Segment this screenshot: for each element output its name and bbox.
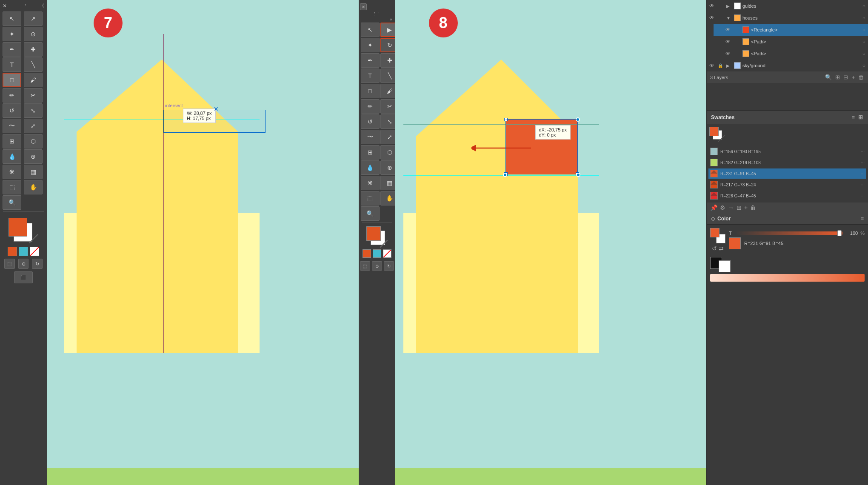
swatch-row-2[interactable]: R=231 G=91 B=45 ··· [708,168,866,179]
swatch-row-0[interactable]: R=156 G=193 B=195 ··· [708,146,866,157]
eye-sky[interactable]: 👁 [709,63,716,68]
color-preview-box[interactable] [729,237,741,249]
paintbrush-tool[interactable]: 🖌 [24,73,43,87]
eye-houses[interactable]: 👁 [709,15,716,21]
layer-rectangle[interactable]: 👁 <Rectangle> ○ [714,24,868,36]
scale-tool-2[interactable]: ⊙ [18,259,29,269]
screen-mode[interactable]: ⬛ [14,271,33,283]
scale-b2[interactable]: ⊙ [372,261,382,271]
close-icon[interactable]: ✕ [3,3,7,9]
magic-wand-2[interactable]: ✦ [361,38,380,52]
magic-wand-tool[interactable]: ✦ [3,27,21,41]
collapse-icon[interactable]: 《 [40,3,44,9]
warp-tool[interactable]: 〜 [3,119,21,133]
scale-tool[interactable]: ⤡ [24,103,43,118]
swap-icon-2[interactable] [380,240,388,248]
pen-tool-2[interactable]: ✒ [361,53,380,68]
swap-colors-icon[interactable] [29,234,38,243]
swatch-row-1[interactable]: R=182 G=219 B=108 ··· [708,157,866,168]
layer-path2[interactable]: 👁 <Path> ○ [714,48,868,60]
replace-tool[interactable]: ⬚ [4,259,15,269]
free-transform-tool[interactable]: ⊞ [3,134,21,148]
new-layer-icon[interactable]: + [851,73,856,81]
eye-rect[interactable]: 👁 [725,27,732,33]
opacity-thumb[interactable] [837,230,842,236]
free-transform-2[interactable]: ⊞ [361,145,380,160]
layer-skyground[interactable]: 👁 🔒 ▶ sky/ground ○ [707,60,868,71]
lock-sky[interactable]: 🔒 [718,63,725,68]
pencil-2[interactable]: ✏ [361,99,380,114]
color-fg-main[interactable] [710,228,720,237]
new-swatch-btn[interactable]: + [744,204,748,211]
orange-swatch[interactable] [8,247,17,256]
swatch-row-3[interactable]: R=217 G=73 B=24 ··· [708,180,866,190]
swatch-group-icon[interactable]: ⊞ [737,204,742,211]
slice-2[interactable]: ⬚ [361,191,380,205]
delete-layer-icon[interactable]: 🗑 [857,73,865,81]
toolbar2-collapse[interactable]: » [390,17,392,22]
rotate-b2[interactable]: ↻ [384,261,394,271]
rotate-tool[interactable]: ↺ [3,103,21,118]
layer-path1[interactable]: 👁 <Path> ○ [714,36,868,48]
replace-2[interactable]: ⬚ [360,261,370,271]
symbol-tool[interactable]: ❋ [3,165,21,179]
color-menu-icon[interactable]: ≡ [861,216,864,222]
color-gradient-bar[interactable] [710,274,865,282]
search-layers-icon[interactable]: 🔍 [824,73,833,81]
expand-guides[interactable]: ▶ [726,4,732,9]
direct-select-tool[interactable]: ↗ [24,11,43,26]
eye-guides[interactable]: 👁 [709,3,716,9]
opacity-slider[interactable] [736,231,842,235]
color-reset-icon[interactable]: ↺ [712,245,717,252]
type-tool[interactable]: T [3,57,21,72]
rotate-tool-2[interactable]: ↻ [32,259,43,269]
select-tool[interactable]: ↖ [3,11,21,26]
color-arrow-icon[interactable]: ◇ [711,216,715,222]
pencil-tool[interactable]: ✏ [3,88,21,103]
swatch-row-4[interactable]: R=226 G=47 B=45 ··· [708,191,866,201]
color-swap-icon[interactable]: ⇄ [719,245,724,252]
make-clip-icon[interactable]: ⊞ [834,73,841,81]
warp-2[interactable]: 〜 [361,130,380,144]
layer-guides[interactable]: 👁 ▶ guides ○ [707,0,868,12]
swatch-arrow-icon[interactable]: → [728,204,734,211]
canvas2-close[interactable]: ✕ [360,3,367,10]
rect-tool[interactable]: □ [3,73,21,87]
tooltip-close-1[interactable]: ✕ [214,106,219,112]
layer-houses[interactable]: 👁 ▼ houses ○ [707,12,868,24]
lasso-tool[interactable]: ⊙ [24,27,43,41]
foreground-color-swatch[interactable] [9,218,27,237]
type-tool-2[interactable]: T [361,68,380,83]
add-anchor-tool[interactable]: ✚ [24,42,43,57]
select-tool-2[interactable]: ↖ [361,23,380,37]
hand-tool[interactable]: ✋ [24,180,43,194]
slice-tool[interactable]: ⬚ [3,180,21,194]
pen-tool[interactable]: ✒ [3,42,21,57]
eyedropper-tool[interactable]: 💧 [3,149,21,164]
expand-sky[interactable]: ▶ [726,63,732,68]
orange-swatch-2[interactable] [363,249,371,258]
delete-swatch-icon[interactable]: 🗑 [750,204,756,211]
slash-swatch-2[interactable] [383,249,391,258]
cyan-swatch[interactable] [19,247,28,256]
bottom-white-swatch[interactable] [719,260,731,272]
eye-path2[interactable]: 👁 [725,51,732,57]
eye-path1[interactable]: 👁 [725,39,732,45]
swatch-edit-icon[interactable]: ⚙ [720,204,725,211]
new-swatch-icon[interactable]: 📌 [710,204,717,211]
rect-tool-2[interactable]: □ [361,84,380,98]
scissors-tool[interactable]: ✂ [24,88,43,103]
fg-swatch-2[interactable] [366,226,381,241]
zoom-tool[interactable]: 🔍 [3,195,21,210]
zoom-2[interactable]: 🔍 [361,206,380,221]
symbol-2[interactable]: ❋ [361,176,380,190]
blend-tool[interactable]: ⊕ [24,149,43,164]
perspective-tool[interactable]: ⬡ [24,134,43,148]
swatches-grid-icon[interactable]: ⊞ [857,113,864,121]
eyedropper-2[interactable]: 💧 [361,160,380,175]
expand-houses[interactable]: ▼ [726,16,732,20]
chart-tool[interactable]: ▦ [24,165,43,179]
line-tool[interactable]: ╲ [24,57,43,72]
rotate-2[interactable]: ↺ [361,114,380,129]
reshape-tool[interactable]: ⤢ [24,119,43,133]
